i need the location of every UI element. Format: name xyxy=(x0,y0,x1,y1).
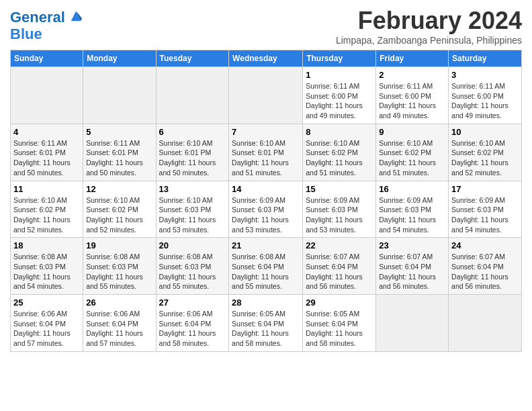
day-detail: Sunrise: 6:11 AM Sunset: 6:00 PM Dayligh… xyxy=(306,81,373,121)
day-detail: Sunrise: 6:10 AM Sunset: 6:02 PM Dayligh… xyxy=(306,138,373,178)
day-detail: Sunrise: 6:09 AM Sunset: 6:03 PM Dayligh… xyxy=(232,195,300,235)
day-detail: Sunrise: 6:08 AM Sunset: 6:03 PM Dayligh… xyxy=(159,252,226,291)
day-number: 8 xyxy=(306,127,373,137)
day-detail: Sunrise: 6:08 AM Sunset: 6:04 PM Dayligh… xyxy=(232,252,300,291)
day-detail: Sunrise: 6:10 AM Sunset: 6:02 PM Dayligh… xyxy=(13,195,80,235)
day-detail: Sunrise: 6:05 AM Sunset: 6:04 PM Dayligh… xyxy=(306,309,373,349)
logo-blue-text: Blue xyxy=(10,26,42,43)
day-number: 25 xyxy=(13,298,80,308)
day-number: 4 xyxy=(13,127,80,137)
calendar-cell xyxy=(449,295,522,352)
day-number: 11 xyxy=(13,184,80,194)
page-header: General Blue February 2024 Limpapa, Zamb… xyxy=(10,7,522,46)
location-title: Limpapa, Zamboanga Peninsula, Philippine… xyxy=(336,35,522,46)
day-detail: Sunrise: 6:07 AM Sunset: 6:04 PM Dayligh… xyxy=(451,252,519,291)
calendar-cell xyxy=(11,67,83,124)
day-detail: Sunrise: 6:10 AM Sunset: 6:03 PM Dayligh… xyxy=(159,195,226,235)
day-number: 10 xyxy=(451,127,519,137)
day-number: 2 xyxy=(379,70,445,80)
day-number: 6 xyxy=(159,127,226,137)
calendar-cell: 17Sunrise: 6:09 AM Sunset: 6:03 PM Dayli… xyxy=(449,181,522,238)
day-detail: Sunrise: 6:09 AM Sunset: 6:03 PM Dayligh… xyxy=(451,195,519,235)
day-number: 24 xyxy=(451,240,519,250)
day-of-week-header: Monday xyxy=(83,50,156,67)
day-detail: Sunrise: 6:11 AM Sunset: 6:00 PM Dayligh… xyxy=(379,81,445,121)
calendar-cell xyxy=(376,295,449,352)
calendar-cell: 6Sunrise: 6:10 AM Sunset: 6:01 PM Daylig… xyxy=(156,124,229,181)
calendar-cell xyxy=(156,67,229,124)
calendar-cell xyxy=(229,67,303,124)
day-detail: Sunrise: 6:11 AM Sunset: 6:00 PM Dayligh… xyxy=(451,81,519,121)
calendar-cell: 8Sunrise: 6:10 AM Sunset: 6:02 PM Daylig… xyxy=(303,124,376,181)
calendar-cell: 4Sunrise: 6:11 AM Sunset: 6:01 PM Daylig… xyxy=(11,124,83,181)
day-number: 1 xyxy=(306,70,373,80)
calendar-cell: 3Sunrise: 6:11 AM Sunset: 6:00 PM Daylig… xyxy=(449,67,522,124)
day-number: 3 xyxy=(451,70,519,80)
calendar-cell: 22Sunrise: 6:07 AM Sunset: 6:04 PM Dayli… xyxy=(303,238,376,295)
day-detail: Sunrise: 6:10 AM Sunset: 6:02 PM Dayligh… xyxy=(86,195,152,235)
day-detail: Sunrise: 6:10 AM Sunset: 6:02 PM Dayligh… xyxy=(379,138,445,178)
day-number: 14 xyxy=(232,184,300,194)
day-number: 23 xyxy=(379,240,445,250)
day-number: 22 xyxy=(306,240,373,250)
calendar-cell: 10Sunrise: 6:10 AM Sunset: 6:02 PM Dayli… xyxy=(449,124,522,181)
day-of-week-header: Tuesday xyxy=(156,50,229,67)
calendar-cell: 28Sunrise: 6:05 AM Sunset: 6:04 PM Dayli… xyxy=(229,295,303,352)
calendar-cell: 12Sunrise: 6:10 AM Sunset: 6:02 PM Dayli… xyxy=(83,181,156,238)
calendar-cell: 15Sunrise: 6:09 AM Sunset: 6:03 PM Dayli… xyxy=(303,181,376,238)
day-number: 9 xyxy=(379,127,445,137)
calendar-cell: 1Sunrise: 6:11 AM Sunset: 6:00 PM Daylig… xyxy=(303,67,376,124)
day-detail: Sunrise: 6:08 AM Sunset: 6:03 PM Dayligh… xyxy=(86,252,152,291)
day-number: 17 xyxy=(451,184,519,194)
day-detail: Sunrise: 6:11 AM Sunset: 6:01 PM Dayligh… xyxy=(86,138,152,178)
day-detail: Sunrise: 6:07 AM Sunset: 6:04 PM Dayligh… xyxy=(379,252,445,291)
logo-icon xyxy=(70,10,82,22)
day-detail: Sunrise: 6:09 AM Sunset: 6:03 PM Dayligh… xyxy=(379,195,445,235)
day-of-week-header: Saturday xyxy=(449,50,522,67)
day-detail: Sunrise: 6:05 AM Sunset: 6:04 PM Dayligh… xyxy=(232,309,300,349)
calendar-cell: 19Sunrise: 6:08 AM Sunset: 6:03 PM Dayli… xyxy=(83,238,156,295)
day-detail: Sunrise: 6:08 AM Sunset: 6:03 PM Dayligh… xyxy=(13,252,80,291)
day-number: 13 xyxy=(159,184,226,194)
day-number: 21 xyxy=(232,240,300,250)
calendar-cell: 9Sunrise: 6:10 AM Sunset: 6:02 PM Daylig… xyxy=(376,124,449,181)
month-title: February 2024 xyxy=(336,7,522,35)
calendar-cell xyxy=(83,67,156,124)
calendar-cell: 7Sunrise: 6:10 AM Sunset: 6:01 PM Daylig… xyxy=(229,124,303,181)
day-number: 16 xyxy=(379,184,445,194)
title-area: February 2024 Limpapa, Zamboanga Peninsu… xyxy=(336,7,522,46)
calendar-cell: 16Sunrise: 6:09 AM Sunset: 6:03 PM Dayli… xyxy=(376,181,449,238)
logo: General Blue xyxy=(10,9,82,43)
day-detail: Sunrise: 6:11 AM Sunset: 6:01 PM Dayligh… xyxy=(13,138,80,178)
calendar-table: SundayMondayTuesdayWednesdayThursdayFrid… xyxy=(10,50,522,352)
day-of-week-header: Friday xyxy=(376,50,449,67)
calendar-cell: 14Sunrise: 6:09 AM Sunset: 6:03 PM Dayli… xyxy=(229,181,303,238)
day-number: 26 xyxy=(86,298,152,308)
day-number: 5 xyxy=(86,127,152,137)
day-detail: Sunrise: 6:10 AM Sunset: 6:02 PM Dayligh… xyxy=(451,138,519,178)
calendar-cell: 25Sunrise: 6:06 AM Sunset: 6:04 PM Dayli… xyxy=(11,295,83,352)
day-number: 29 xyxy=(306,298,373,308)
calendar-cell: 21Sunrise: 6:08 AM Sunset: 6:04 PM Dayli… xyxy=(229,238,303,295)
day-number: 20 xyxy=(159,240,226,250)
calendar-cell: 20Sunrise: 6:08 AM Sunset: 6:03 PM Dayli… xyxy=(156,238,229,295)
day-number: 18 xyxy=(13,240,80,250)
day-of-week-header: Wednesday xyxy=(229,50,303,67)
day-number: 12 xyxy=(86,184,152,194)
calendar-cell: 5Sunrise: 6:11 AM Sunset: 6:01 PM Daylig… xyxy=(83,124,156,181)
logo-text: General xyxy=(10,9,82,26)
day-detail: Sunrise: 6:07 AM Sunset: 6:04 PM Dayligh… xyxy=(306,252,373,291)
calendar-cell: 29Sunrise: 6:05 AM Sunset: 6:04 PM Dayli… xyxy=(303,295,376,352)
day-detail: Sunrise: 6:10 AM Sunset: 6:01 PM Dayligh… xyxy=(232,138,300,178)
calendar-cell: 24Sunrise: 6:07 AM Sunset: 6:04 PM Dayli… xyxy=(449,238,522,295)
calendar-cell: 26Sunrise: 6:06 AM Sunset: 6:04 PM Dayli… xyxy=(83,295,156,352)
day-detail: Sunrise: 6:06 AM Sunset: 6:04 PM Dayligh… xyxy=(86,309,152,349)
calendar-cell: 13Sunrise: 6:10 AM Sunset: 6:03 PM Dayli… xyxy=(156,181,229,238)
calendar-cell: 18Sunrise: 6:08 AM Sunset: 6:03 PM Dayli… xyxy=(11,238,83,295)
day-number: 27 xyxy=(159,298,226,308)
calendar-cell: 27Sunrise: 6:06 AM Sunset: 6:04 PM Dayli… xyxy=(156,295,229,352)
day-detail: Sunrise: 6:10 AM Sunset: 6:01 PM Dayligh… xyxy=(159,138,226,178)
day-number: 7 xyxy=(232,127,300,137)
day-of-week-header: Thursday xyxy=(303,50,376,67)
calendar-cell: 2Sunrise: 6:11 AM Sunset: 6:00 PM Daylig… xyxy=(376,67,449,124)
